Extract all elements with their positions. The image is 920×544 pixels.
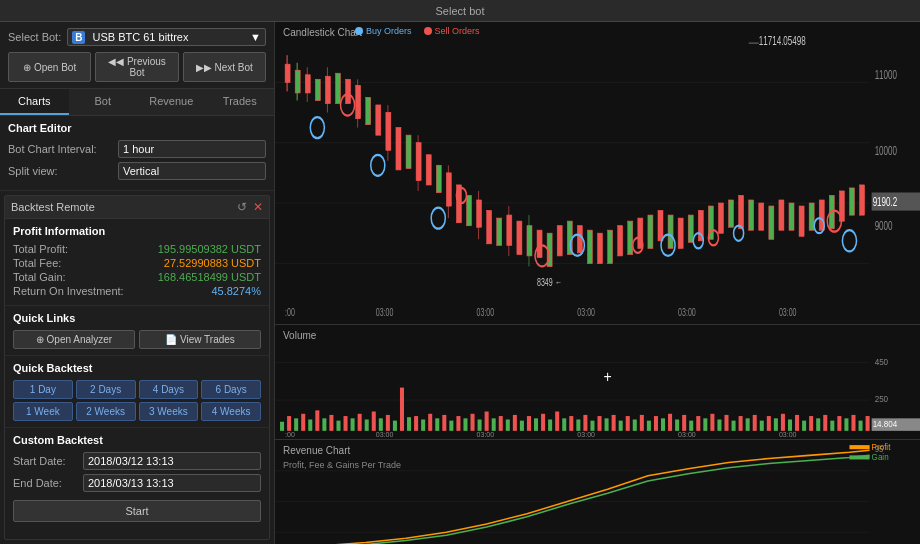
svg-rect-131 bbox=[421, 419, 425, 430]
svg-rect-147 bbox=[534, 418, 538, 431]
view-trades-button[interactable]: 📄 View Trades bbox=[139, 330, 261, 349]
legend-buy: Buy Orders bbox=[355, 26, 412, 36]
svg-rect-26 bbox=[416, 143, 421, 181]
svg-rect-59 bbox=[749, 200, 754, 230]
bt-2weeks[interactable]: 2 Weeks bbox=[76, 402, 136, 421]
svg-text:03:00: 03:00 bbox=[678, 307, 696, 319]
open-analyzer-button[interactable]: ⊕ Open Analyzer bbox=[13, 330, 135, 349]
candlestick-chart: 11714.05498 bbox=[275, 22, 920, 325]
topbar-label: Select bot bbox=[436, 5, 485, 17]
svg-text:250: 250 bbox=[875, 394, 889, 405]
svg-rect-149 bbox=[548, 419, 552, 430]
tab-charts[interactable]: Charts bbox=[0, 89, 69, 115]
candlestick-title: Candlestick Chart bbox=[283, 27, 362, 38]
right-panel: 11714.05498 bbox=[275, 22, 920, 544]
svg-rect-129 bbox=[407, 417, 411, 431]
revenue-svg: 95 -1.738 Profit Gain Fee 2018 01:5 2018… bbox=[275, 440, 920, 544]
svg-rect-117 bbox=[322, 418, 326, 431]
svg-rect-190 bbox=[837, 416, 841, 431]
revenue-chart: 95 -1.738 Profit Gain Fee 2018 01:5 2018… bbox=[275, 440, 920, 544]
profit-row-1: Total Fee: 27.52990883 USDT bbox=[13, 257, 261, 269]
prev-bot-button[interactable]: ◀◀ Previous Bot bbox=[95, 52, 178, 82]
svg-text:03:00: 03:00 bbox=[779, 307, 797, 319]
bot-dropdown[interactable]: B USB BTC 61 bittrex ▼ bbox=[67, 28, 266, 46]
svg-rect-132 bbox=[428, 414, 432, 431]
svg-text:9000: 9000 bbox=[875, 220, 893, 233]
svg-rect-123 bbox=[365, 419, 369, 430]
profit-info-title: Profit Information bbox=[13, 225, 261, 237]
profit-info: Profit Information Total Profit: 195.995… bbox=[5, 219, 269, 306]
svg-rect-43 bbox=[587, 230, 592, 263]
svg-rect-33 bbox=[487, 211, 492, 244]
split-select[interactable]: Vertical Horizontal bbox=[118, 162, 266, 180]
revenue-sublabel-overlay: Profit, Fee & Gains Per Trade bbox=[283, 458, 401, 470]
svg-rect-19 bbox=[346, 79, 351, 103]
svg-rect-136 bbox=[456, 416, 460, 431]
svg-rect-130 bbox=[414, 416, 418, 431]
svg-rect-160 bbox=[626, 416, 630, 431]
svg-rect-51 bbox=[668, 215, 673, 248]
interval-select[interactable]: 1 hour 30 minutes 4 hours 1 day bbox=[118, 140, 266, 158]
svg-rect-186 bbox=[809, 416, 813, 431]
start-date-input[interactable] bbox=[83, 452, 261, 470]
bt-4days[interactable]: 4 Days bbox=[139, 380, 199, 399]
profit-row-3: Return On Investment: 45.8274% bbox=[13, 285, 261, 297]
close-icon[interactable]: ✕ bbox=[253, 200, 263, 214]
quick-backtest-title: Quick Backtest bbox=[13, 362, 261, 374]
revenue-subtitle: Profit, Fee & Gains Per Trade bbox=[283, 460, 401, 470]
svg-rect-185 bbox=[802, 420, 806, 430]
svg-rect-119 bbox=[336, 420, 340, 430]
svg-rect-171 bbox=[703, 418, 707, 431]
svg-rect-64 bbox=[799, 206, 804, 236]
legend-sell-label: Sell Orders bbox=[435, 26, 480, 36]
svg-rect-114 bbox=[301, 414, 305, 431]
bt-2days[interactable]: 2 Days bbox=[76, 380, 136, 399]
tab-bot[interactable]: Bot bbox=[69, 89, 138, 115]
svg-rect-20 bbox=[356, 85, 361, 118]
svg-rect-148 bbox=[541, 414, 545, 431]
svg-rect-194 bbox=[866, 416, 870, 431]
svg-rect-161 bbox=[633, 419, 637, 430]
svg-rect-10 bbox=[295, 70, 300, 93]
tab-trades[interactable]: Trades bbox=[206, 89, 275, 115]
svg-rect-134 bbox=[442, 415, 446, 431]
open-bot-button[interactable]: ⊕ Open Bot bbox=[8, 52, 91, 82]
svg-rect-22 bbox=[376, 105, 381, 135]
svg-rect-173 bbox=[717, 419, 721, 430]
bt-1week[interactable]: 1 Week bbox=[13, 402, 73, 421]
svg-rect-23 bbox=[386, 113, 391, 151]
svg-rect-193 bbox=[859, 420, 863, 430]
tab-revenue[interactable]: Revenue bbox=[137, 89, 206, 115]
svg-rect-151 bbox=[562, 418, 566, 431]
svg-rect-69 bbox=[849, 188, 854, 215]
bt-3weeks[interactable]: 3 Weeks bbox=[139, 402, 199, 421]
select-bot-label: Select Bot: bbox=[8, 31, 61, 43]
svg-rect-191 bbox=[844, 418, 848, 431]
bt-4weeks[interactable]: 4 Weeks bbox=[201, 402, 261, 421]
chart-editor-section: Chart Editor Bot Chart Interval: 1 hour … bbox=[0, 116, 274, 191]
legend-sell: Sell Orders bbox=[424, 26, 480, 36]
next-bot-button[interactable]: ▶▶ Next Bot bbox=[183, 52, 266, 82]
svg-rect-7 bbox=[285, 64, 290, 82]
refresh-icon[interactable]: ↺ bbox=[237, 200, 247, 214]
volume-chart: 450 250 14.804 + :00 03:00 03:00 03:00 0… bbox=[275, 325, 920, 440]
revenue-title: Revenue Chart bbox=[283, 445, 350, 456]
svg-rect-24 bbox=[396, 128, 401, 170]
backtest-header: Backtest Remote ↺ ✕ bbox=[5, 196, 269, 219]
svg-rect-29 bbox=[446, 173, 451, 206]
svg-rect-121 bbox=[351, 418, 355, 431]
volume-svg: 450 250 14.804 + :00 03:00 03:00 03:00 0… bbox=[275, 325, 920, 439]
start-backtest-button[interactable]: Start bbox=[13, 500, 261, 522]
svg-text:03:00: 03:00 bbox=[779, 429, 797, 439]
candlestick-label: Candlestick Chart bbox=[283, 26, 362, 38]
bt-1day[interactable]: 1 Day bbox=[13, 380, 73, 399]
end-date-label: End Date: bbox=[13, 477, 83, 489]
svg-rect-63 bbox=[789, 203, 794, 230]
bt-6days[interactable]: 6 Days bbox=[201, 380, 261, 399]
end-date-input[interactable] bbox=[83, 474, 261, 492]
svg-rect-170 bbox=[696, 416, 700, 431]
select-bot-topbar: Select bot bbox=[0, 0, 920, 22]
svg-rect-34 bbox=[497, 218, 502, 245]
svg-rect-174 bbox=[724, 415, 728, 431]
svg-rect-178 bbox=[753, 415, 757, 431]
